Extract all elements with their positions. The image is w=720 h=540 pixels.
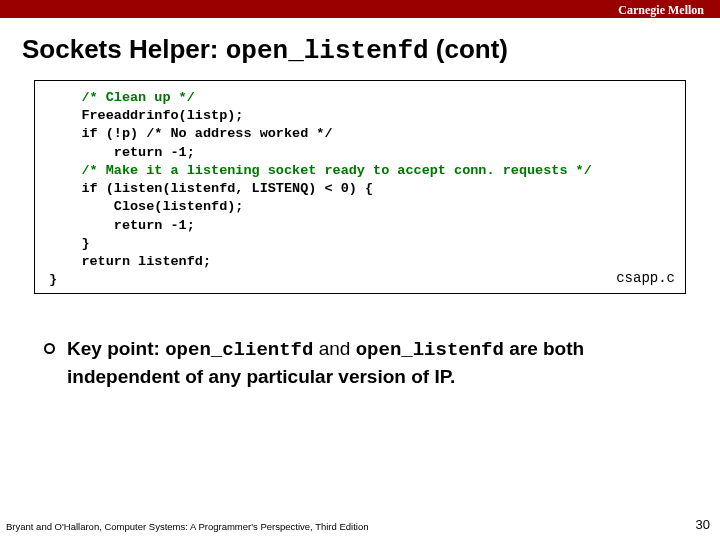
- file-label: csapp.c: [616, 269, 675, 288]
- code-line: Freeaddrinfo(listp);: [49, 107, 675, 125]
- code-line: if (listen(listenfd, LISTENQ) < 0) {: [49, 180, 675, 198]
- code-line: if (!p) /* No address worked */: [49, 125, 675, 143]
- top-bar: Carnegie Mellon: [0, 0, 720, 18]
- org-label: Carnegie Mellon: [618, 3, 704, 17]
- code-box: /* Clean up */ Freeaddrinfo(listp); if (…: [34, 80, 686, 294]
- code-line: /* Clean up */: [49, 89, 675, 107]
- page-number: 30: [696, 517, 710, 532]
- code-line: }: [49, 271, 675, 289]
- code-line: return -1;: [49, 217, 675, 235]
- code-line: Close(listenfd);: [49, 198, 675, 216]
- bullet-func1: open_clientfd: [165, 339, 313, 361]
- code-line: /* Make it a listening socket ready to a…: [49, 162, 675, 180]
- list-item: Key point: open_clientfd and open_listen…: [44, 336, 686, 389]
- title-prefix: Sockets Helper:: [22, 34, 226, 64]
- bullet-func2: open_listenfd: [356, 339, 504, 361]
- bullet-text: Key point: open_clientfd and open_listen…: [67, 336, 686, 389]
- footer-reference: Bryant and O'Hallaron, Computer Systems:…: [6, 521, 369, 532]
- code-line: return listenfd;: [49, 253, 675, 271]
- bullet-icon: [44, 343, 55, 354]
- bullet-lead: Key point:: [67, 338, 160, 359]
- footer: Bryant and O'Hallaron, Computer Systems:…: [6, 517, 710, 532]
- title-func: open_listenfd: [226, 36, 429, 66]
- code-line: return -1;: [49, 144, 675, 162]
- bullet-mid: and: [313, 338, 355, 359]
- slide-title: Sockets Helper: open_listenfd (cont): [0, 18, 720, 80]
- bullet-list: Key point: open_clientfd and open_listen…: [0, 294, 720, 389]
- title-suffix: (cont): [429, 34, 508, 64]
- code-line: }: [49, 235, 675, 253]
